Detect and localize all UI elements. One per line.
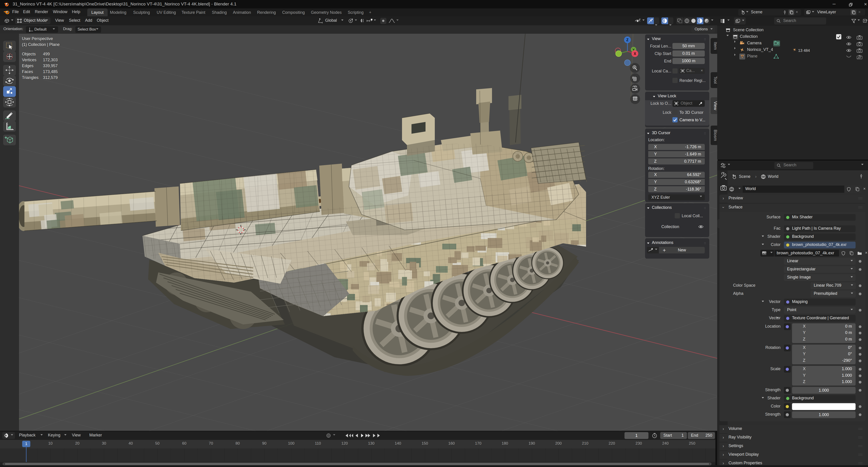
svg-text:X: X — [634, 52, 636, 56]
svg-text:Z: Z — [626, 38, 628, 42]
